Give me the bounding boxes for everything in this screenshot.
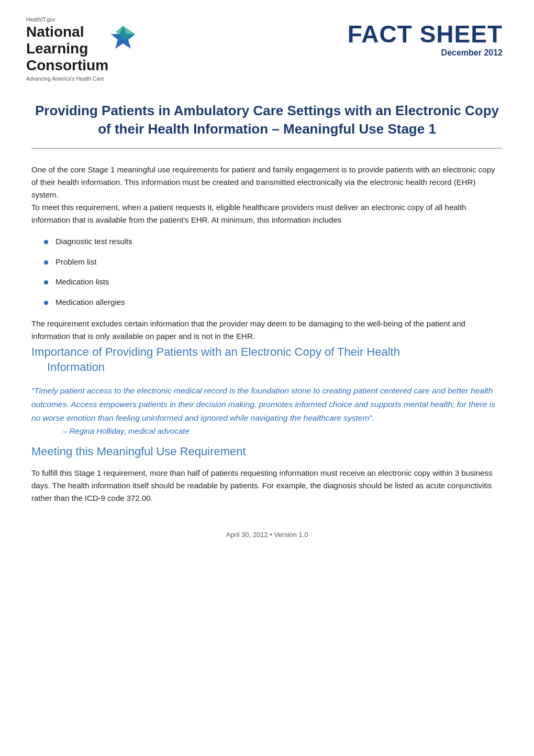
bullet-dot-icon [44,260,48,265]
logo-learning: Learning [26,40,108,57]
logo-consortium: Consortium [26,57,108,74]
logo-national: National [26,24,108,40]
list-item-text: Problem list [55,256,96,268]
logo-star-icon [110,25,136,58]
logo-tagline: Advancing America's Health Care [26,76,108,82]
bullet-dot-icon [44,240,48,244]
header: HealthIT.gov National Learning Consortiu… [0,0,534,82]
list-item: Diagnostic test results [44,236,503,248]
fact-sheet-badge: FACT SHEET December 2012 [348,22,503,58]
footer-text: April 30, 2012 • Version 1.0 [226,531,308,539]
list-item-text: Medication allergies [55,297,125,309]
bullet-dot-icon [44,280,48,284]
quote-attribution: – Regina Holliday, medical advocate [63,426,503,435]
intro-paragraph: One of the core Stage 1 meaningful use r… [31,163,503,226]
list-item-text: Medication lists [55,276,109,288]
bullet-list: Diagnostic test results Problem list Med… [44,236,503,308]
excludes-paragraph: The requirement excludes certain informa… [31,317,503,343]
logo-text: National Learning Consortium Advancing A… [26,24,108,82]
fact-sheet-title: FACT SHEET [348,22,503,46]
list-item: Medication allergies [44,297,503,309]
quote-block: “Timely patient access to the electronic… [31,384,503,424]
logo-area: HealthIT.gov National Learning Consortiu… [26,17,136,82]
content: One of the core Stage 1 meaningful use r… [0,163,534,505]
logo-main: National Learning Consortium Advancing A… [26,24,136,82]
list-item: Problem list [44,256,503,268]
main-title: Providing Patients in Ambulatory Care Se… [31,102,503,149]
bullet-dot-icon [44,301,48,305]
list-item: Medication lists [44,276,503,288]
main-title-section: Providing Patients in Ambulatory Care Se… [0,82,534,149]
section2-body: To fulfill this Stage 1 requirement, mor… [31,467,503,505]
footer: April 30, 2012 • Version 1.0 [0,515,534,549]
section1-heading-line1: Importance of Providing Patients with an… [31,345,503,360]
section1-heading-line2: Information [47,360,503,375]
section2-heading: Meeting this Meaningful Use Requirement [31,445,503,458]
logo-url: HealthIT.gov [26,17,55,23]
page: HealthIT.gov National Learning Consortiu… [0,0,534,756]
fact-sheet-date: December 2012 [348,48,503,58]
list-item-text: Diagnostic test results [55,236,132,248]
